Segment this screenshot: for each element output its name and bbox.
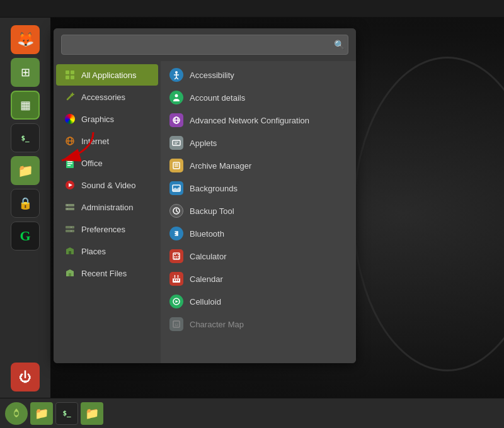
- bottom-bar: 📁 $_ 📁: [0, 398, 504, 428]
- category-recent-files-label: Recent Files: [81, 269, 127, 278]
- app-bluetooth[interactable]: Bluetooth: [161, 222, 356, 245]
- character-map-icon: Ω: [169, 317, 183, 331]
- app-archive-manager-label: Archive Manager: [190, 161, 251, 171]
- app-character-map-label: Character Map: [190, 320, 244, 329]
- svg-line-31: [176, 77, 178, 79]
- app-account-details[interactable]: Account details: [161, 86, 356, 109]
- office-icon: [64, 157, 76, 169]
- backup-tool-icon: [169, 204, 183, 218]
- svg-rect-12: [67, 161, 72, 162]
- svg-rect-40: [175, 164, 178, 165]
- bottom-mint-logo[interactable]: [5, 402, 28, 425]
- app-calendar[interactable]: Calendar: [161, 268, 356, 290]
- category-accessories[interactable]: Accessories: [56, 86, 158, 108]
- search-bar: 🔍: [54, 28, 356, 61]
- sidebar-lock[interactable]: 🔒: [11, 189, 40, 218]
- svg-point-67: [14, 412, 18, 415]
- calendar-icon: [169, 272, 183, 286]
- category-all-applications-label: All Applications: [81, 70, 136, 80]
- all-applications-icon: [64, 69, 76, 81]
- category-sound-video[interactable]: Sound & Video: [56, 174, 158, 196]
- sidebar-power[interactable]: ⏻: [11, 363, 40, 391]
- app-calculator-label: Calculator: [190, 252, 227, 261]
- calculator-icon: [169, 249, 183, 263]
- sidebar-grammarly[interactable]: G: [11, 222, 40, 251]
- sidebar-firefox[interactable]: 🦊: [11, 25, 40, 54]
- svg-point-51: [178, 256, 180, 257]
- sidebar-appgrid[interactable]: ⊞: [11, 58, 40, 87]
- backgrounds-icon: [169, 181, 183, 195]
- svg-rect-21: [66, 226, 74, 228]
- app-calendar-label: Calendar: [190, 274, 223, 284]
- app-calculator[interactable]: Calculator: [161, 245, 356, 268]
- svg-rect-60: [176, 279, 177, 281]
- category-office-label: Office: [81, 159, 103, 168]
- sidebar-terminal[interactable]: $_: [11, 123, 40, 152]
- search-input[interactable]: [61, 35, 348, 55]
- svg-rect-2: [71, 70, 74, 74]
- category-places-label: Places: [81, 247, 106, 256]
- preferences-icon: [64, 223, 76, 235]
- category-sound-video-label: Sound & Video: [81, 181, 136, 190]
- app-accessibility[interactable]: Accessibility: [161, 64, 356, 86]
- administration-icon: [64, 201, 76, 213]
- svg-rect-41: [175, 166, 178, 167]
- app-celluloid-label: Celluloid: [190, 297, 221, 307]
- category-graphics[interactable]: Graphics: [56, 108, 158, 130]
- app-advanced-network-label: Advanced Network Configuration: [190, 116, 309, 125]
- app-applets[interactable]: Applets: [161, 132, 356, 154]
- account-details-icon: [169, 91, 183, 104]
- celluloid-icon: [169, 295, 183, 308]
- category-accessories-label: Accessories: [81, 93, 125, 102]
- svg-text:Ω: Ω: [175, 322, 178, 327]
- app-backup-tool[interactable]: Backup Tool: [161, 200, 356, 222]
- app-celluloid[interactable]: Celluloid: [161, 290, 356, 313]
- svg-rect-1: [66, 70, 69, 74]
- category-preferences[interactable]: Preferences: [56, 218, 158, 240]
- categories-column: All Applications Accessories Graphics: [54, 61, 161, 363]
- category-office[interactable]: Office: [56, 152, 158, 174]
- svg-rect-26: [69, 273, 71, 276]
- menu-content: All Applications Accessories Graphics: [54, 61, 356, 363]
- category-recent-files[interactable]: Recent Files: [56, 262, 158, 284]
- apps-column: Accessibility Account details: [161, 61, 356, 363]
- bottom-files-green[interactable]: 📁: [30, 402, 53, 425]
- top-bar: [0, 0, 504, 18]
- svg-marker-63: [176, 300, 179, 303]
- svg-rect-4: [71, 76, 74, 79]
- menu-panel: 🔍 All Applications: [54, 28, 356, 363]
- category-administration[interactable]: Administration: [56, 196, 158, 218]
- archive-manager-icon: [169, 159, 183, 172]
- app-backup-tool-label: Backup Tool: [190, 206, 234, 216]
- places-icon: [64, 245, 76, 257]
- svg-rect-24: [71, 231, 72, 232]
- sidebar-storage[interactable]: ▦: [11, 91, 40, 120]
- svg-rect-14: [67, 165, 71, 166]
- svg-rect-22: [66, 230, 74, 232]
- bottom-terminal[interactable]: $_: [55, 402, 78, 425]
- bottom-files-green2[interactable]: 📁: [81, 402, 103, 425]
- svg-point-52: [175, 258, 176, 259]
- accessibility-icon: [169, 68, 183, 82]
- app-backgrounds[interactable]: Backgrounds: [161, 177, 356, 200]
- svg-point-49: [175, 256, 176, 257]
- left-sidebar: 🦊 ⊞ ▦ $_ 📁 🔒 G ⏻: [0, 18, 50, 398]
- svg-point-32: [175, 94, 178, 98]
- sidebar-files[interactable]: 📁: [11, 156, 40, 185]
- advanced-network-icon: [169, 113, 183, 127]
- svg-rect-13: [67, 163, 72, 164]
- svg-rect-3: [66, 76, 69, 79]
- svg-rect-47: [175, 254, 176, 256]
- category-internet[interactable]: Internet: [56, 130, 158, 152]
- category-places[interactable]: Places: [56, 240, 158, 262]
- app-character-map[interactable]: Ω Character Map: [161, 313, 356, 335]
- svg-rect-25: [69, 251, 71, 254]
- svg-point-48: [178, 254, 179, 256]
- svg-rect-59: [174, 279, 175, 281]
- applets-icon: [169, 136, 183, 150]
- app-archive-manager[interactable]: Archive Manager: [161, 154, 356, 177]
- search-button[interactable]: 🔍: [334, 40, 345, 50]
- category-all-applications[interactable]: All Applications: [56, 64, 158, 86]
- sound-video-icon: [64, 179, 76, 191]
- app-advanced-network[interactable]: Advanced Network Configuration: [161, 109, 356, 132]
